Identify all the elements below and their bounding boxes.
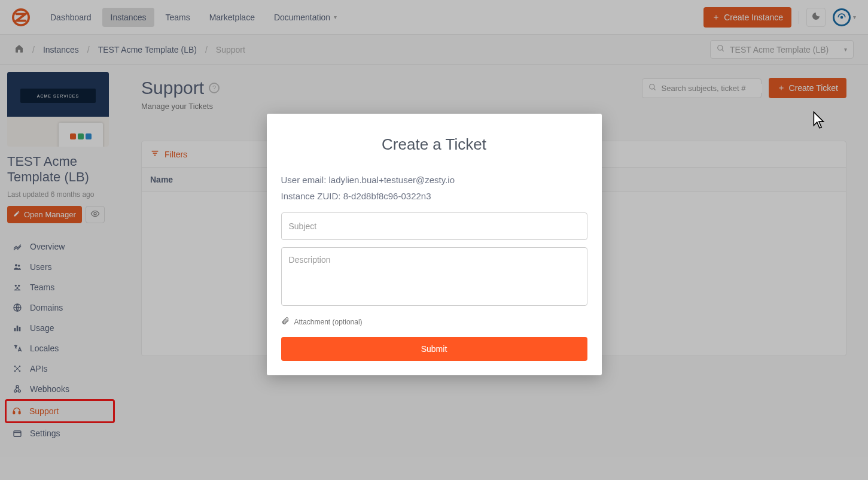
zuid-value: 8-d2d8bf8c96-0322n3: [343, 191, 431, 201]
user-email-value: ladylien.bual+testuser@zesty.io: [329, 175, 455, 185]
zuid-label: Instance ZUID:: [281, 191, 343, 201]
modal-title: Create a Ticket: [281, 135, 587, 154]
description-input[interactable]: [281, 247, 587, 306]
subject-input[interactable]: [281, 212, 587, 240]
modal-info: User email: ladylien.bual+testuser@zesty…: [281, 172, 587, 204]
paperclip-icon: [281, 316, 290, 327]
user-email-label: User email:: [281, 175, 329, 185]
attachment-label: Attachment (optional): [294, 318, 363, 326]
create-ticket-modal: Create a Ticket User email: ladylien.bua…: [267, 114, 602, 375]
submit-button[interactable]: Submit: [281, 337, 587, 361]
attachment-button[interactable]: Attachment (optional): [281, 316, 587, 327]
